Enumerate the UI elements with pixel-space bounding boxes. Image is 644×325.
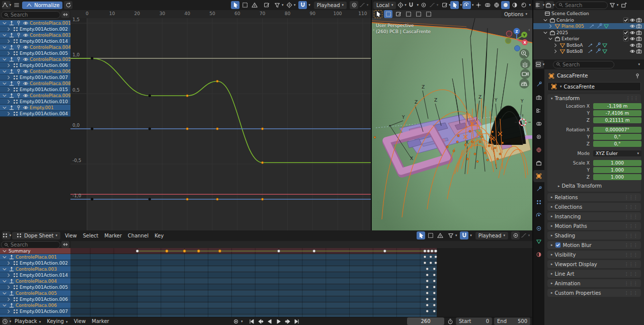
select-mode-subtract-button[interactable] bbox=[404, 10, 413, 18]
panel-grip[interactable]: ⋮⋮⋮ bbox=[624, 224, 638, 228]
panel-shading[interactable]: ▸Shading⋮⋮⋮ bbox=[547, 231, 641, 239]
graph-channel[interactable]: ControlePlaca.003 bbox=[0, 32, 70, 38]
dope-snap-button[interactable] bbox=[460, 231, 468, 239]
object-tab[interactable] bbox=[533, 170, 544, 182]
graph-channel[interactable]: ControlePlaca.004 bbox=[0, 44, 70, 50]
dope-menu-marker[interactable]: Marker bbox=[102, 233, 125, 238]
dope-show-errors-button[interactable] bbox=[436, 231, 444, 239]
panel-collections[interactable]: ▸Collections⋮⋮⋮ bbox=[547, 203, 641, 211]
proportional-edit-button[interactable] bbox=[420, 1, 428, 9]
properties-editor-type-button[interactable]: ▾ bbox=[535, 60, 544, 68]
panel-grip[interactable]: ⋮⋮⋮ bbox=[624, 291, 638, 295]
shading-solid-button[interactable] bbox=[501, 1, 510, 9]
properties-search-input[interactable]: Search bbox=[553, 61, 614, 68]
shading-rendered-button[interactable] bbox=[519, 1, 528, 9]
active-tool-button[interactable] bbox=[374, 10, 382, 18]
graph-channel[interactable]: Empty.001Action.005 bbox=[0, 50, 70, 56]
xray-toggle-button[interactable] bbox=[450, 1, 459, 9]
value-field[interactable]: 0,° bbox=[593, 134, 641, 140]
eye-icon[interactable] bbox=[629, 36, 635, 42]
annotate-dropdown[interactable]: ▾ bbox=[441, 1, 450, 9]
shading-wireframe-button[interactable] bbox=[492, 1, 501, 9]
dope-mode-dropdown[interactable]: Dope Sheet▾ bbox=[12, 232, 60, 239]
modifiers-tab[interactable] bbox=[533, 183, 544, 195]
show-overlays-button[interactable] bbox=[483, 1, 492, 9]
play-reverse-button[interactable] bbox=[266, 317, 274, 325]
dope-search-input[interactable]: Search bbox=[1, 241, 60, 249]
scene-tab[interactable] bbox=[533, 131, 544, 143]
delta-transform-panel-header[interactable]: ▸ Delta Transform bbox=[554, 182, 641, 190]
panel-custom-properties[interactable]: ▸Custom Properties⋮⋮⋮ bbox=[547, 289, 641, 297]
outliner-row-bot-ob[interactable]: BotãoB bbox=[533, 48, 644, 54]
select-mode-intersect-button[interactable] bbox=[424, 10, 433, 18]
outliner-filter-button[interactable]: ▾ bbox=[609, 1, 618, 9]
physics-tab[interactable] bbox=[533, 209, 544, 221]
jump-to-start-button[interactable] bbox=[248, 317, 256, 325]
dope-filter-button[interactable]: ▾ bbox=[448, 231, 456, 239]
graph-falloff-button[interactable]: ▾ bbox=[359, 1, 368, 9]
graph-channel[interactable]: ControlePlaca.001 bbox=[0, 20, 70, 26]
dope-key-area[interactable] bbox=[70, 248, 532, 317]
object-data-tab[interactable] bbox=[533, 235, 544, 248]
graph-snap-button[interactable] bbox=[298, 1, 307, 9]
dope-channel[interactable]: ControlePlaca.004 bbox=[0, 278, 70, 284]
frame-end-field[interactable]: End500 bbox=[494, 317, 530, 325]
shading-material-button[interactable] bbox=[510, 1, 519, 9]
properties-options-chevron[interactable]: ▾ bbox=[638, 62, 642, 66]
dope-channel[interactable]: Empty.001Action.014 bbox=[0, 272, 70, 278]
outliner-row-bot-oa[interactable]: BotãoA bbox=[533, 42, 644, 48]
graph-show-errors-button[interactable] bbox=[250, 1, 259, 9]
render-preview-dropdown[interactable] bbox=[462, 1, 471, 9]
dope-menu-select[interactable]: Select bbox=[80, 233, 102, 238]
dope-falloff-button[interactable]: ▾ bbox=[521, 231, 529, 239]
dope-channel[interactable]: ControlePlaca.005 bbox=[0, 290, 70, 296]
checkbox-icon[interactable] bbox=[623, 36, 629, 42]
outliner-row-cen-rio[interactable]: Cenário bbox=[533, 17, 644, 23]
select-mode-invert-button[interactable] bbox=[414, 10, 423, 18]
graph-channel[interactable]: Empty.001Action.010 bbox=[0, 99, 70, 105]
outliner-search-input[interactable]: Search bbox=[555, 2, 608, 9]
panel-grip[interactable]: ⋮⋮⋮ bbox=[624, 272, 638, 276]
orientation-dropdown[interactable]: Local▾ bbox=[373, 2, 396, 9]
transform-panel-header[interactable]: ▾ Transform ⋮⋮⋮ bbox=[547, 94, 641, 103]
dope-filter-text-button[interactable] bbox=[61, 241, 69, 248]
panel-grip[interactable]: ⋮⋮⋮ bbox=[624, 205, 638, 209]
camera-icon[interactable] bbox=[636, 36, 642, 42]
value-field[interactable]: 1.000 bbox=[593, 174, 641, 180]
camera-icon[interactable] bbox=[636, 30, 642, 36]
timeline-menu-keying[interactable]: Keying ▾ bbox=[44, 318, 70, 324]
collection-tab[interactable] bbox=[533, 157, 544, 169]
pin-icon[interactable] bbox=[633, 72, 641, 79]
checkbox-icon[interactable] bbox=[623, 17, 629, 23]
new-collection-button[interactable] bbox=[619, 1, 628, 9]
rotation-mode-dropdown[interactable]: XYZ Euler▾ bbox=[593, 150, 641, 156]
value-field[interactable]: 1.000 bbox=[593, 160, 641, 166]
timeline-menu-marker[interactable]: Marker bbox=[89, 318, 112, 324]
graph-playhead-dropdown[interactable]: Playhead▾ bbox=[314, 2, 347, 9]
panel-grip[interactable]: ⋮⋮⋮ bbox=[624, 195, 638, 200]
view-layer-tab[interactable] bbox=[533, 118, 544, 130]
normalize-button[interactable]: Normalize bbox=[22, 2, 62, 9]
panel-motion-blur[interactable]: ▸Motion Blur⋮⋮⋮ bbox=[547, 241, 641, 249]
falloff-dropdown[interactable]: ▾ bbox=[429, 1, 438, 9]
dope-channel[interactable]: Empty.001Action.006 bbox=[0, 296, 70, 302]
value-field[interactable]: -7,4106 m bbox=[593, 110, 641, 116]
camera-icon[interactable] bbox=[636, 48, 642, 54]
dope-menu-key[interactable]: Key bbox=[151, 233, 167, 238]
panel-grip[interactable]: ⋮⋮⋮ bbox=[624, 262, 638, 267]
select-mode-extend-button[interactable] bbox=[394, 10, 403, 18]
eye-icon[interactable] bbox=[629, 30, 635, 36]
panel-visibility[interactable]: ▸Visibility⋮⋮⋮ bbox=[547, 251, 641, 259]
value-field[interactable]: -1,198 m bbox=[593, 103, 641, 109]
graph-curve-area[interactable] bbox=[70, 18, 371, 230]
outliner-row-exterior[interactable]: Exterior bbox=[533, 36, 644, 42]
dope-box-select-button[interactable] bbox=[426, 231, 435, 239]
timeline-menu-view[interactable]: View bbox=[71, 318, 89, 324]
graph-select-tool-button[interactable] bbox=[231, 1, 239, 9]
outliner-display-mode-button[interactable]: ▾ bbox=[535, 1, 544, 9]
graph-filter-text-button[interactable] bbox=[61, 11, 69, 18]
dope-ruler[interactable] bbox=[70, 241, 532, 248]
graph-proportional-edit-button[interactable] bbox=[350, 1, 358, 9]
eye-icon[interactable] bbox=[629, 42, 635, 48]
value-field[interactable]: 0,21111 m bbox=[593, 117, 641, 123]
